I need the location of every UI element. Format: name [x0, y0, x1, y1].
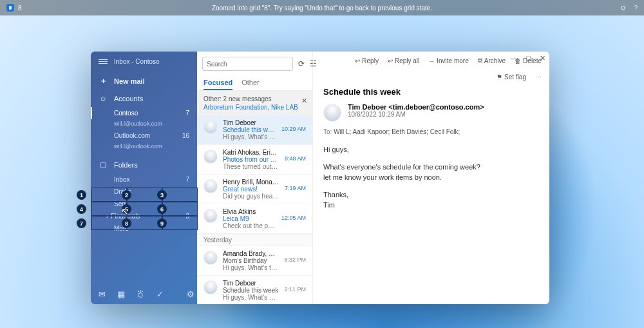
- todo-icon[interactable]: ✓: [156, 289, 164, 299]
- avatar: [204, 209, 218, 223]
- avatar: [204, 120, 218, 134]
- calendar-icon[interactable]: ▦: [117, 289, 125, 299]
- grid-badge-4: 4: [77, 204, 86, 214]
- chevron-right-icon: ›: [106, 213, 108, 220]
- list-item[interactable]: Tim DeboerSchedule this weekHi guys, Wha…: [197, 115, 312, 145]
- new-mail-button[interactable]: ＋ New mail: [91, 72, 197, 90]
- date-divider: Yesterday: [197, 234, 312, 246]
- mail-icon[interactable]: ✉: [99, 289, 106, 299]
- mail-subject: Schedule this week: [323, 87, 539, 97]
- tab-other[interactable]: Other: [242, 76, 260, 90]
- more-actions-button[interactable]: ⋯: [535, 73, 542, 81]
- window-controls: — □ ✕: [510, 54, 545, 63]
- list-item[interactable]: Amanda Brady, Daisy PhillipsMom's Birthd…: [197, 246, 312, 276]
- window-title: Inbox - Contoso: [114, 58, 160, 65]
- folder-financials[interactable]: ›Financials3: [91, 210, 197, 222]
- minimize-button[interactable]: —: [510, 54, 517, 63]
- list-item[interactable]: Katri Ahokas, Erik NasonPhotos from our …: [197, 145, 312, 175]
- folder-inbox[interactable]: Inbox7: [91, 173, 197, 186]
- avatar: [204, 280, 218, 294]
- settings-icon[interactable]: ⚙: [187, 289, 194, 299]
- maximize-button[interactable]: □: [526, 54, 531, 63]
- account-contoso-email: will.l@outlook.com: [91, 118, 197, 130]
- avatar: [204, 251, 218, 265]
- voice-hint: Zoomed into grid "8". Try saying "Undo t…: [212, 5, 432, 12]
- avatar: [204, 150, 218, 164]
- reading-pane: — □ ✕ ↩ Reply ↩ Reply all → Invite more …: [313, 52, 549, 304]
- mic-count: 8: [18, 5, 22, 12]
- folder-sent[interactable]: Sent: [91, 198, 197, 210]
- settings-icon[interactable]: ⚙: [620, 5, 626, 12]
- mail-body: Hi guys, What's everyone's schedule for …: [323, 144, 539, 211]
- to-line: To: Will L; Aadi Kapoor; Beth Davies; Ce…: [323, 128, 539, 135]
- avatar: [204, 179, 218, 193]
- list-item[interactable]: Tim DeboerSchedule this weekHi guys, Wha…: [197, 276, 312, 304]
- message-list-pane: ⟳ ☳ Focused Other Other: 2 new messages …: [197, 52, 313, 304]
- grid-badge-1: 1: [77, 190, 86, 200]
- account-outlook-email: will.l@outlook.com: [91, 140, 197, 152]
- folder-more[interactable]: More: [91, 222, 197, 235]
- refresh-icon[interactable]: ⟳: [298, 59, 305, 69]
- message-list[interactable]: Tim DeboerSchedule this weekHi guys, Wha…: [197, 115, 312, 304]
- archive-button[interactable]: ⧉ Archive: [478, 57, 506, 64]
- person-icon: ☺: [99, 95, 108, 102]
- close-button[interactable]: ✕: [540, 54, 545, 63]
- sender-name: Tim Deboer <tim.deboer@contoso.com>: [348, 103, 484, 111]
- voice-access-bar: 8 Zoomed into grid "8". Try saying "Undo…: [0, 0, 644, 15]
- list-item[interactable]: Henry Brill, Mona Kane, Cecil FGreat new…: [197, 175, 312, 204]
- list-item[interactable]: Elvia AtkinsLeica M9Check out the photos…: [197, 204, 312, 234]
- other-banner[interactable]: Other: 2 new messages Arboretum Foundati…: [197, 91, 312, 115]
- hamburger-icon[interactable]: [99, 58, 108, 65]
- accounts-header[interactable]: ☺ Accounts: [91, 90, 197, 107]
- folder-drafts[interactable]: Drafts: [91, 186, 197, 198]
- search-input[interactable]: [202, 57, 293, 71]
- grid-badge-7: 7: [77, 218, 86, 228]
- reply-all-button[interactable]: ↩ Reply all: [388, 57, 419, 64]
- mail-window: Inbox - Contoso ＋ New mail ☺ Accounts Co…: [91, 52, 549, 304]
- invite-button[interactable]: → Invite more: [428, 57, 468, 64]
- folders-header[interactable]: ▢ Folders: [91, 156, 197, 173]
- sent-date: 10/6/2022 10:29 AM: [348, 111, 484, 118]
- people-icon[interactable]: ⛣: [137, 289, 145, 299]
- bottom-bar: ✉ ▦ ⛣ ✓ ⚙: [91, 284, 197, 304]
- flag-button[interactable]: ⚑ Set flag: [497, 73, 526, 81]
- sidebar: Inbox - Contoso ＋ New mail ☺ Accounts Co…: [91, 52, 197, 304]
- window-titlebar: Inbox - Contoso: [91, 52, 197, 72]
- close-icon[interactable]: ✕: [301, 96, 307, 105]
- avatar: [323, 104, 341, 122]
- tab-focused[interactable]: Focused: [204, 76, 232, 90]
- mic-icon[interactable]: [6, 4, 14, 12]
- folder-icon: ▢: [99, 160, 108, 169]
- reply-button[interactable]: ↩ Reply: [355, 57, 379, 64]
- help-icon[interactable]: ?: [634, 5, 638, 12]
- plus-icon: ＋: [99, 76, 108, 86]
